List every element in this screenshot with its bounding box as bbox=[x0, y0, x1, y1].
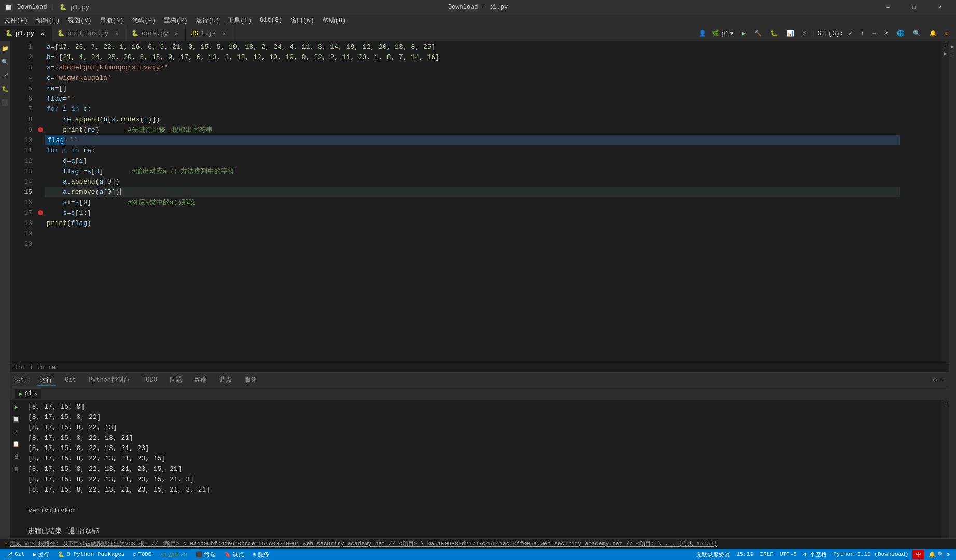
breakpoint-17 bbox=[38, 210, 43, 215]
terminal-tab-bookmark[interactable]: 调点 bbox=[216, 374, 235, 385]
status-run[interactable]: ▶ 运行 bbox=[31, 551, 52, 558]
menu-run[interactable]: 运行(U) bbox=[192, 15, 224, 26]
tab-1js-close[interactable]: ✕ bbox=[220, 30, 228, 37]
terminal-line-1: [8, 17, 15, 8] bbox=[28, 402, 935, 412]
coverage-button[interactable]: 📊 bbox=[783, 29, 797, 38]
tab-1js[interactable]: JS 1.js ✕ bbox=[186, 26, 233, 41]
status-terminal[interactable]: ⬛ 终端 bbox=[193, 551, 218, 558]
terminal-tab-problems[interactable]: 问题 bbox=[167, 374, 185, 385]
terminal-tab-python[interactable]: Python控制台 bbox=[86, 374, 133, 385]
status-lang-icon[interactable]: 中 bbox=[912, 550, 924, 559]
terminal-tab-todo[interactable]: TODO bbox=[139, 375, 160, 385]
terminal-content[interactable]: [8, 17, 15, 8] [8, 17, 15, 8, 22] [8, 17… bbox=[22, 400, 941, 538]
git-checkmark[interactable]: ✓ bbox=[846, 29, 855, 38]
terminal-tab-run[interactable]: 运行 bbox=[37, 374, 56, 386]
status-line-col[interactable]: 15:19 bbox=[735, 551, 756, 557]
menu-navigate[interactable]: 导航(N) bbox=[96, 15, 128, 26]
tab-bar: 🐍 p1.py ✕ 🐍 builtins.py ✕ 🐍 core.py ✕ JS… bbox=[0, 26, 695, 41]
git-revert[interactable]: ↶ bbox=[882, 29, 892, 38]
run-button[interactable]: ▶ bbox=[739, 29, 749, 38]
terminal-rerun-icon[interactable]: ↺ bbox=[11, 427, 21, 436]
gutter-12: 12 bbox=[10, 156, 36, 166]
terminal-stop-icon[interactable]: 🔲 bbox=[11, 414, 21, 424]
right-panel-icon-2[interactable]: ▶ bbox=[943, 51, 948, 57]
tab-builtins-close[interactable]: ✕ bbox=[113, 30, 120, 37]
status-bookmark[interactable]: 🔖 调点 bbox=[222, 551, 246, 558]
terminal-print-icon[interactable]: 🖨 bbox=[11, 452, 21, 461]
menu-git[interactable]: Git(G) bbox=[256, 15, 286, 26]
status-bell-icon[interactable]: 🔔 bbox=[929, 551, 936, 558]
menu-file[interactable]: 文件(F) bbox=[0, 15, 32, 26]
menu-window[interactable]: 窗口(W) bbox=[286, 15, 318, 26]
status-python-packages[interactable]: 🐍 0 Python Packages bbox=[56, 551, 127, 558]
status-python-version[interactable]: Python 3.10 (Download) bbox=[831, 551, 910, 557]
menu-edit[interactable]: 编辑(E) bbox=[32, 15, 64, 26]
terminal-line-exit: 进程已结束，退出代码0 bbox=[28, 526, 935, 537]
minimize-button[interactable]: — bbox=[876, 0, 900, 15]
status-search-icon[interactable]: 🔍 bbox=[937, 551, 945, 558]
debug-button[interactable]: 🐛 bbox=[767, 29, 781, 38]
terminal-clear-icon[interactable]: 🗑 bbox=[11, 464, 21, 473]
close-button[interactable]: ✕ bbox=[928, 0, 952, 15]
terminal-tab-services[interactable]: 服务 bbox=[241, 374, 260, 385]
run-icon: ▶ bbox=[19, 390, 22, 398]
terminal-right-icon-1[interactable]: ≡ bbox=[943, 402, 948, 405]
vcs-notice-text[interactable]: 无效 VCS 根路径: 以下目录被做跟踪注注为VCS 根: // <项目> \ … bbox=[10, 540, 717, 548]
branch-selector[interactable]: 🌿 p1 ▼ bbox=[709, 29, 737, 38]
status-todo[interactable]: ☑ TODO bbox=[131, 551, 154, 558]
status-services[interactable]: ⚙ 服务 bbox=[251, 551, 271, 558]
status-crlf[interactable]: CRLF bbox=[758, 551, 775, 557]
tab-builtins[interactable]: 🐍 builtins.py ✕ bbox=[52, 26, 126, 41]
activity-search[interactable]: 🔍 bbox=[1, 57, 10, 66]
title-bar-right: — □ ✕ bbox=[876, 0, 952, 15]
tab-p1-close[interactable]: ✕ bbox=[39, 30, 46, 37]
menu-code[interactable]: 代码(P) bbox=[128, 15, 160, 26]
menu-help[interactable]: 帮助(H) bbox=[318, 15, 351, 26]
status-no-default[interactable]: 无默认服务器 bbox=[694, 551, 732, 558]
status-encoding[interactable]: UTF-8 bbox=[778, 551, 799, 557]
notification-button[interactable]: 🔔 bbox=[926, 29, 940, 38]
gutter-1: 1 bbox=[10, 41, 36, 52]
search-button[interactable]: 🔍 bbox=[910, 29, 924, 38]
activity-extensions[interactable]: ⬛ bbox=[1, 97, 10, 107]
gutter-16: 16 bbox=[10, 197, 36, 207]
settings-button[interactable]: ⚙ bbox=[942, 29, 952, 38]
tab-core[interactable]: 🐍 core.py ✕ bbox=[126, 26, 185, 41]
status-spaces[interactable]: 4 个空格 bbox=[801, 551, 829, 558]
profile-button[interactable]: ⚡ bbox=[799, 29, 809, 38]
status-settings-icon[interactable]: ⚙ bbox=[946, 551, 950, 558]
menu-refactor[interactable]: 重构(R) bbox=[160, 15, 192, 26]
tab-1js-label: 1.js bbox=[201, 30, 216, 37]
tab-p1[interactable]: 🐍 p1.py ✕ bbox=[0, 26, 52, 41]
code-line-18: print(flag) bbox=[45, 218, 900, 228]
terminal-tab-terminal[interactable]: 终端 bbox=[191, 374, 210, 385]
menu-view[interactable]: 视图(V) bbox=[64, 15, 96, 26]
tab-core-close[interactable]: ✕ bbox=[173, 30, 180, 37]
git-update[interactable]: ↑ bbox=[857, 29, 867, 38]
editor[interactable]: 1 2 3 4 5 6 7 8 9 10 11 12 13 14 15 16 1… bbox=[10, 41, 949, 362]
terminal-run-tab[interactable]: ▶ p1 ✕ bbox=[15, 389, 41, 399]
status-problems[interactable]: ⚠1 △15 ✓2 bbox=[158, 551, 189, 558]
maximize-button[interactable]: □ bbox=[902, 0, 926, 15]
menu-tools[interactable]: 工具(T) bbox=[224, 15, 256, 26]
far-right-icon-1[interactable]: ▶ bbox=[950, 44, 955, 49]
git-branch-icon: ⎇ bbox=[6, 551, 13, 558]
terminal-minimize-icon[interactable]: — bbox=[941, 376, 945, 384]
translate-button[interactable]: 🌐 bbox=[894, 29, 908, 38]
run-tab-close[interactable]: ✕ bbox=[34, 390, 37, 397]
activity-git[interactable]: ⎇ bbox=[1, 71, 10, 80]
activity-debug[interactable]: 🐛 bbox=[1, 84, 10, 93]
terminal-tab-git[interactable]: Git bbox=[62, 375, 79, 385]
git-push[interactable]: → bbox=[869, 29, 879, 38]
activity-folder[interactable]: 📁 bbox=[1, 44, 10, 53]
terminal-run-icon[interactable]: ▶ bbox=[11, 402, 21, 411]
terminal-settings-icon[interactable]: ⚙ bbox=[933, 376, 937, 384]
far-right-icon-2[interactable]: ≡ bbox=[950, 53, 955, 57]
terminal-output-icon[interactable]: 📋 bbox=[11, 439, 21, 449]
status-git[interactable]: ⎇ Git bbox=[4, 551, 27, 558]
code-line-2: b= [21, 4, 24, 25, 20, 5, 15, 9, 17, 6, … bbox=[45, 52, 900, 62]
code-area[interactable]: a=[17, 23, 7, 22, 1, 16, 6, 9, 21, 0, 15… bbox=[45, 41, 900, 362]
tab-p1-label: p1.py bbox=[16, 30, 34, 37]
build-button[interactable]: 🔨 bbox=[751, 29, 765, 38]
right-panel-icon-1[interactable]: ≡ bbox=[943, 44, 948, 47]
